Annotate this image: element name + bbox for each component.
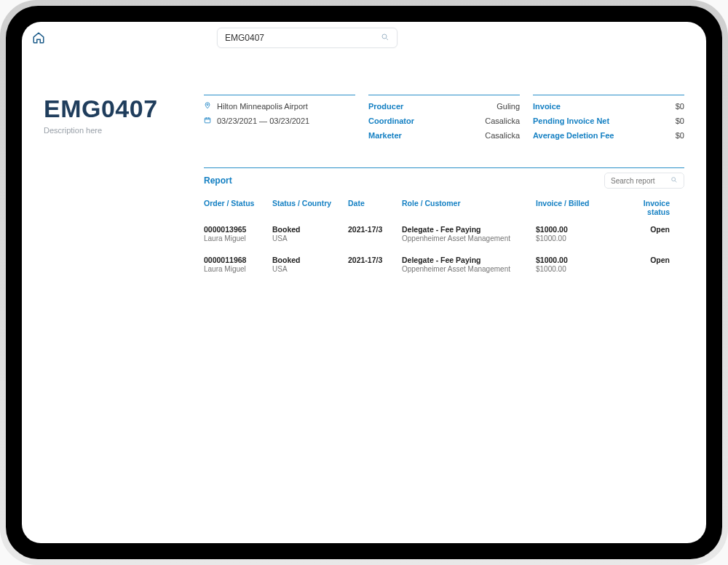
report-table: Order / Status Status / Country Date Rol…: [204, 199, 684, 282]
coordinator-value: Casalicka: [485, 114, 520, 129]
cell-order: 0000013965: [204, 225, 269, 234]
search-icon: [381, 33, 389, 44]
cell-invoice: $1000.00: [536, 225, 623, 234]
svg-point-7: [672, 178, 676, 181]
cell-role: Delegate - Fee Paying: [402, 225, 533, 234]
table-row[interactable]: 0000011968Laura Miguel BookedUSA 2021-17…: [204, 251, 684, 282]
cell-status: Booked: [272, 225, 345, 234]
col-invstatus[interactable]: Invoice status: [626, 199, 670, 216]
table-row[interactable]: 0000013965Laura Miguel BookedUSA 2021-17…: [204, 221, 684, 251]
global-search-input[interactable]: [225, 33, 381, 43]
table-header: Order / Status Status / Country Date Rol…: [204, 199, 684, 221]
col-role[interactable]: Role / Customer: [402, 199, 533, 216]
cell-date: 2021-17/3: [348, 256, 399, 264]
invoice-value: $0: [676, 100, 684, 114]
app-screen: EMG0407 Description here Hilton Minneapo…: [22, 22, 706, 543]
cell-status: Booked: [272, 256, 345, 264]
producer-value: Guling: [496, 100, 520, 114]
avgdel-label[interactable]: Average Deletion Fee: [533, 129, 614, 143]
dates-text: 03/23/2021 — 03/23/2021: [217, 114, 309, 129]
cell-date: 2021-17/3: [348, 225, 399, 234]
col-order[interactable]: Order / Status: [204, 199, 269, 216]
report-search[interactable]: [604, 173, 684, 189]
global-search[interactable]: [217, 28, 397, 48]
report-title: Report: [204, 175, 232, 186]
content-area: EMG0407 Description here Hilton Minneapo…: [22, 51, 706, 543]
cell-order: 0000011968: [204, 256, 269, 264]
producer-label[interactable]: Producer: [368, 100, 403, 114]
tablet-bezel: EMG0407 Description here Hilton Minneapo…: [6, 6, 722, 559]
cell-invoice: $1000.00: [536, 256, 623, 264]
left-column: EMG0407 Description here: [44, 95, 189, 529]
pending-value: $0: [676, 114, 684, 129]
summary-location: Hilton Minneapolis Airport 03/23/2021 — …: [204, 95, 355, 143]
right-column: Hilton Minneapolis Airport 03/23/2021 — …: [204, 95, 684, 529]
svg-point-0: [382, 34, 387, 39]
calendar-icon: [204, 114, 213, 129]
marketer-label[interactable]: Marketer: [368, 129, 402, 143]
marketer-value: Casalicka: [485, 129, 520, 143]
pin-icon: [204, 100, 213, 114]
search-icon: [670, 175, 678, 186]
cell-billed: $1000.00: [536, 265, 623, 273]
report-search-input[interactable]: [611, 177, 670, 185]
cell-invstatus: Open: [650, 225, 670, 234]
cell-name: Laura Miguel: [204, 234, 269, 242]
page-description: Description here: [44, 126, 189, 135]
coordinator-label[interactable]: Coordinator: [368, 114, 414, 129]
page-title: EMG0407: [44, 95, 189, 123]
venue-text: Hilton Minneapolis Airport: [217, 100, 308, 114]
cell-customer: Oppenheimer Asset Management: [402, 265, 533, 273]
cell-country: USA: [272, 265, 345, 273]
svg-line-8: [675, 181, 676, 183]
summary-row: Hilton Minneapolis Airport 03/23/2021 — …: [204, 95, 684, 143]
cell-name: Laura Miguel: [204, 265, 269, 273]
cell-country: USA: [272, 234, 345, 242]
col-invoice[interactable]: Invoice / Billed: [536, 199, 623, 216]
report-header: Report: [204, 167, 684, 189]
cell-role: Delegate - Fee Paying: [402, 256, 533, 264]
invoice-label[interactable]: Invoice: [533, 100, 561, 114]
pending-label[interactable]: Pending Invoice Net: [533, 114, 609, 129]
cell-invstatus: Open: [650, 256, 670, 264]
svg-point-2: [207, 104, 208, 106]
cell-billed: $1000.00: [536, 234, 623, 242]
summary-team: Producer Guling Coordinator Casalicka Ma…: [368, 95, 520, 143]
svg-rect-3: [205, 118, 210, 123]
col-status[interactable]: Status / Country: [272, 199, 345, 216]
top-bar: [22, 22, 706, 51]
svg-line-1: [387, 38, 389, 40]
home-icon[interactable]: [32, 31, 45, 44]
avgdel-value: $0: [676, 129, 684, 143]
cell-customer: Oppenheimer Asset Management: [402, 234, 533, 242]
tablet-frame: EMG0407 Description here Hilton Minneapo…: [0, 0, 728, 565]
col-date[interactable]: Date: [348, 199, 399, 216]
summary-finance: Invoice $0 Pending Invoice Net $0 Averag…: [533, 95, 684, 143]
